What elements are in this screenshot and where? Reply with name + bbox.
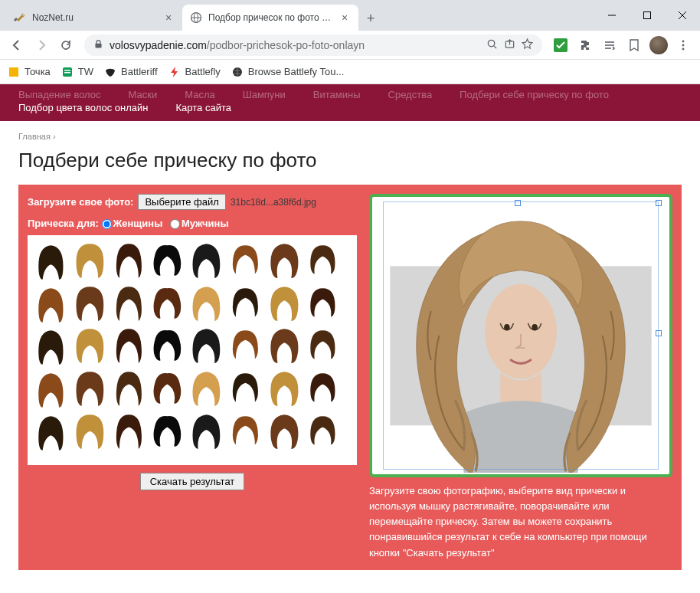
choose-file-button[interactable]: Выберите файл (138, 194, 225, 210)
gender-men-label[interactable]: Мужчины (182, 218, 229, 229)
tab-noznet[interactable]: NozNet.ru × (6, 5, 182, 31)
hairstyle-thumb[interactable] (304, 325, 342, 366)
nav-item[interactable]: Подбери себе прическу по фото (460, 89, 609, 100)
preview-box[interactable] (369, 194, 672, 477)
gender-women-label[interactable]: Женщины (113, 218, 163, 229)
upload-label: Загрузите свое фото: (28, 196, 133, 208)
hairstyle-thumb[interactable] (227, 411, 264, 452)
bookmark-battlefy[interactable]: Browse Battlefy Tou... (231, 66, 345, 78)
gender-women-radio[interactable] (102, 219, 112, 229)
new-tab-button[interactable]: + (360, 8, 381, 29)
url-text: volosvypadenie.com/podbor-prichesok-po-f… (110, 39, 480, 51)
hairstyle-thumb[interactable] (188, 368, 225, 409)
hairstyle-thumb[interactable] (32, 283, 70, 324)
hairstyle-thumb[interactable] (227, 283, 264, 324)
window-controls (594, 0, 700, 31)
hairstyle-thumb[interactable] (266, 325, 303, 366)
hairstyle-thumb[interactable] (227, 240, 264, 281)
hairstyle-thumb[interactable] (71, 240, 109, 281)
nav-item[interactable]: Средства (388, 89, 433, 100)
hairstyle-thumb[interactable] (304, 240, 342, 281)
hairstyle-thumb[interactable] (149, 411, 186, 452)
lock-icon (93, 39, 103, 51)
nav-item[interactable]: Витамины (313, 89, 361, 100)
star-icon[interactable] (522, 38, 533, 52)
hairstyle-thumb[interactable] (149, 283, 186, 324)
page-title: Подбери себе прическу по фото (0, 144, 700, 185)
hairstyle-thumb[interactable] (110, 368, 148, 409)
back-button[interactable] (6, 34, 28, 56)
tab-title: NozNet.ru (32, 12, 156, 23)
breadcrumb-home[interactable]: Главная (18, 132, 51, 141)
minimize-button[interactable] (594, 4, 630, 27)
profile-avatar[interactable] (648, 34, 669, 56)
hairstyle-thumb[interactable] (110, 283, 148, 324)
hairstyle-thumb[interactable] (188, 283, 225, 324)
menu-icon[interactable] (672, 34, 694, 56)
hairstyle-thumb[interactable] (71, 411, 109, 452)
nav-item[interactable]: Выпадение волос (18, 89, 101, 100)
hairstyle-thumb[interactable] (266, 283, 303, 324)
nav-item[interactable]: Масла (185, 89, 215, 100)
page-content: Выпадение волос Маски Масла Шампуни Вита… (0, 84, 700, 593)
hairstyle-thumb[interactable] (32, 325, 70, 366)
nav-item[interactable]: Подбор цвета волос онлайн (18, 102, 149, 113)
hairstyle-thumb[interactable] (71, 283, 109, 324)
hairstyle-thumb[interactable] (71, 325, 109, 366)
svg-rect-4 (644, 12, 651, 19)
right-column: Загрузите свою фотографию, выберите вид … (369, 194, 672, 561)
hairstyle-thumb[interactable] (304, 368, 342, 409)
hairstyle-thumb[interactable] (149, 240, 186, 281)
tab-hairstyle[interactable]: Подбор причесок по фото онла × (182, 5, 358, 31)
gender-men-radio[interactable] (170, 219, 180, 229)
hairstyle-thumb[interactable] (110, 325, 148, 366)
hairstyle-thumb[interactable] (188, 411, 225, 452)
bookmark-tw[interactable]: TW (61, 66, 93, 78)
search-icon[interactable] (486, 38, 498, 52)
bookmark-tochka[interactable]: Точка (8, 66, 51, 78)
breadcrumb: Главная › (0, 121, 700, 144)
nav-item[interactable]: Карта сайта (176, 102, 231, 113)
reading-list-icon[interactable] (599, 34, 620, 56)
bookmark-battleriff[interactable]: Battleriff (104, 66, 157, 78)
nav-item[interactable]: Маски (129, 89, 158, 100)
hairstyle-picker (28, 235, 357, 465)
maximize-button[interactable] (630, 4, 665, 27)
square-green-icon (61, 66, 74, 78)
hairstyle-thumb[interactable] (149, 325, 186, 366)
hairstyle-thumb[interactable] (188, 325, 225, 366)
hairstyle-thumb[interactable] (227, 368, 264, 409)
download-button[interactable]: Скачать результат (140, 473, 245, 490)
hairstyle-grid[interactable] (28, 235, 346, 465)
forward-button[interactable] (31, 34, 52, 56)
close-window-button[interactable] (665, 4, 700, 27)
nav-item[interactable]: Шампуни (243, 89, 286, 100)
hairstyle-thumb[interactable] (110, 411, 148, 452)
hairstyle-thumb[interactable] (32, 411, 70, 452)
extension-check-icon[interactable] (550, 34, 571, 56)
selection-outline (383, 201, 659, 470)
bookmark-icon[interactable] (623, 34, 645, 56)
hairstyle-thumb[interactable] (227, 325, 264, 366)
hairstyle-thumb[interactable] (188, 240, 225, 281)
share-icon[interactable] (504, 38, 515, 52)
hairstyle-thumb[interactable] (304, 411, 342, 452)
close-icon[interactable]: × (162, 11, 175, 24)
hairstyle-thumb[interactable] (32, 368, 70, 409)
bookmark-battlefly[interactable]: Battlefly (168, 66, 221, 78)
gender-row: Прическа для: Женщины Мужчины (28, 218, 357, 229)
hairstyle-thumb[interactable] (110, 240, 148, 281)
address-bar[interactable]: volosvypadenie.com/podbor-prichesok-po-f… (84, 34, 542, 56)
instructions-text: Загрузите свою фотографию, выберите вид … (369, 483, 672, 561)
hairstyle-thumb[interactable] (32, 240, 70, 281)
hairstyle-thumb[interactable] (266, 368, 303, 409)
close-icon[interactable]: × (339, 11, 351, 24)
hairstyle-thumb[interactable] (71, 368, 109, 409)
browser-toolbar: volosvypadenie.com/podbor-prichesok-po-f… (0, 31, 700, 60)
hairstyle-thumb[interactable] (149, 368, 186, 409)
reload-button[interactable] (55, 34, 77, 56)
extensions-icon[interactable] (574, 34, 596, 56)
hairstyle-thumb[interactable] (266, 411, 303, 452)
hairstyle-thumb[interactable] (266, 240, 303, 281)
hairstyle-thumb[interactable] (304, 283, 342, 324)
